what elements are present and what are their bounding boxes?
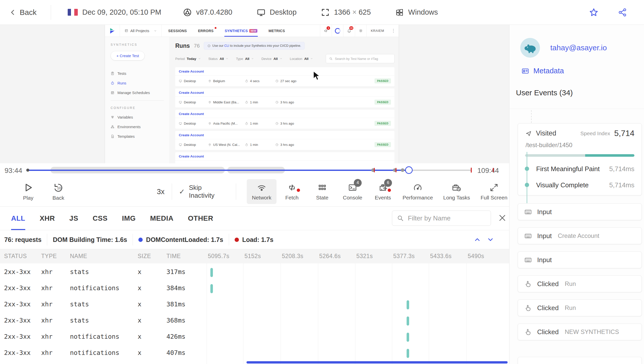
settings-button[interactable] xyxy=(355,25,366,37)
pointer-hand-icon xyxy=(524,304,532,312)
player-timeline[interactable]: 93:44 109:44 xyxy=(0,163,509,177)
share-icon[interactable] xyxy=(618,8,627,17)
run-card[interactable]: Create Account Desktop Canada (Central..… xyxy=(175,152,394,163)
jump-up-icon[interactable] xyxy=(474,236,481,243)
load-time: Load: 1.7s xyxy=(235,236,274,243)
event-dot xyxy=(401,168,404,172)
app-tab-metrics[interactable]: METRICS xyxy=(268,25,285,37)
network-tab-xhr[interactable]: XHR xyxy=(40,207,55,230)
network-request-row[interactable]: 2xx-3xxxhrnotificationsx384ms xyxy=(0,281,509,297)
app-tab-errors[interactable]: ERRORS xyxy=(198,25,214,37)
jump-down-icon[interactable] xyxy=(487,236,494,243)
network-request-row[interactable]: 2xx-3xxxhrstatsx368ms xyxy=(0,313,509,329)
app-tab-sessions[interactable]: SESSIONS xyxy=(168,25,187,37)
variables-icon xyxy=(111,115,114,119)
test-search-input[interactable]: Search by Test Name or #Tag xyxy=(326,54,394,63)
playhead-handle[interactable] xyxy=(405,166,413,174)
close-panel-icon[interactable] xyxy=(498,214,507,222)
file-icon xyxy=(111,134,114,138)
run-filter[interactable]: StatusAll xyxy=(208,57,228,61)
user-menu[interactable]: KRAIEM xyxy=(366,25,388,37)
sidebar-item-variables[interactable]: Variables xyxy=(111,115,164,119)
run-name[interactable]: Create Account xyxy=(175,67,394,76)
sidebar-item-runs[interactable]: Runs xyxy=(111,81,164,85)
network-panel-button[interactable]: Network xyxy=(247,179,277,204)
run-filter[interactable]: PeriodToday xyxy=(175,57,201,61)
user-event-card-input[interactable]: Input xyxy=(518,252,642,268)
metadata-button[interactable]: Metadata xyxy=(521,67,564,75)
network-tab-js[interactable]: JS xyxy=(69,207,78,230)
status-badge: PASSED xyxy=(375,142,391,147)
network-tab-all[interactable]: ALL xyxy=(11,207,25,230)
network-request-row[interactable]: 2xx-3xxxhrstatsx317ms xyxy=(0,264,509,281)
run-name[interactable]: Create Account xyxy=(175,110,394,118)
long-tasks-panel-button[interactable]: Long Tasks xyxy=(442,179,472,204)
more-menu[interactable]: ⋮ xyxy=(388,25,399,37)
user-event-card-clicked[interactable]: Clicked NEW SYNTHETICS xyxy=(518,324,642,340)
notifications-button[interactable]: 33 xyxy=(343,25,355,37)
run-name[interactable]: Create Account xyxy=(175,152,394,161)
app-tab-synthetics[interactable]: SYNTHETICSNEW xyxy=(225,25,258,37)
console-panel-button[interactable]: 4 Console xyxy=(338,179,367,204)
app-logo-icon[interactable] xyxy=(105,25,120,37)
network-tab-other[interactable]: OTHER xyxy=(188,207,213,230)
project-selector[interactable]: All Projects xyxy=(120,25,162,37)
network-tab-img[interactable]: IMG xyxy=(122,207,136,230)
back-button[interactable]: Back xyxy=(10,8,37,17)
error-marker[interactable] xyxy=(374,168,375,172)
time-column-header: 5490s xyxy=(468,253,484,260)
run-card[interactable]: Create Account Desktop US West (N. Cal..… xyxy=(175,131,394,150)
sitemap-icon xyxy=(111,125,114,129)
stopwatch-icon xyxy=(245,79,248,83)
user-event-card-partial[interactable] xyxy=(518,357,642,364)
sidebar-item-manage-schedules[interactable]: Manage Schedules xyxy=(111,90,164,95)
user-events-title: User Events (34) xyxy=(516,88,573,97)
sidebar-item-tests[interactable]: Tests xyxy=(111,71,164,76)
error-marker[interactable] xyxy=(395,168,397,172)
clock-icon xyxy=(275,143,279,146)
user-event-card-clicked[interactable]: Clicked Run xyxy=(518,276,642,292)
run-card[interactable]: Create Account Desktop Belgium 4 secs 27… xyxy=(175,67,394,86)
run-filter[interactable]: DeviceAll xyxy=(261,57,282,61)
events-panel-button[interactable]: 6 Events xyxy=(368,179,398,204)
back-10s-button[interactable]: 10 Back xyxy=(43,182,73,201)
play-button[interactable]: Play xyxy=(13,182,43,201)
run-filter[interactable]: LocationAll xyxy=(290,57,313,61)
network-request-row[interactable]: 2xx-3xxxhrnotificationsx407ms xyxy=(0,345,509,361)
error-dot xyxy=(215,27,216,29)
horizontal-scrollbar[interactable] xyxy=(246,361,508,363)
sidebar-item-environments[interactable]: Environments xyxy=(111,125,164,129)
filter-by-name-input[interactable]: Filter by Name xyxy=(392,211,491,226)
network-filter-tabs: ALLXHRJSCSSIMGMEDIAOTHER Filter by Name xyxy=(0,207,509,230)
network-tab-css[interactable]: CSS xyxy=(93,207,108,230)
performance-panel-button[interactable]: Performance xyxy=(403,179,433,204)
state-panel-button[interactable]: State xyxy=(307,179,337,204)
user-event-card-clicked[interactable]: Clicked Run xyxy=(518,300,642,316)
run-name[interactable]: Create Account xyxy=(175,88,394,97)
network-request-row[interactable]: 2xx-3xxxhrstatsx381ms xyxy=(0,297,509,313)
user-event-card-input[interactable]: Input Create Account xyxy=(518,228,642,244)
skip-inactivity-toggle[interactable]: ✓ Skip Inactivity xyxy=(179,184,229,199)
announcements-button[interactable]: 1 xyxy=(320,25,332,37)
run-filter[interactable]: TypeAll xyxy=(236,57,254,61)
full-screen-panel-button[interactable]: Full Screen xyxy=(479,179,509,204)
create-test-button[interactable]: + Create Test xyxy=(111,51,145,60)
error-marker[interactable] xyxy=(471,168,472,173)
cli-link[interactable]: CLI xyxy=(224,44,229,48)
favorite-star-icon[interactable] xyxy=(589,8,599,17)
fetch-panel-button[interactable]: Fetch xyxy=(277,179,307,204)
run-card[interactable]: Create Account Desktop Middle East (Ba..… xyxy=(175,88,394,107)
cli-info-banner: Use our CLI to include your Synthetics i… xyxy=(204,42,305,50)
metric-row-visually-complete: Visually Complete 5,714ms xyxy=(525,181,634,189)
sidebar-item-templates[interactable]: Templates xyxy=(111,134,164,139)
speed-toggle[interactable]: 3x xyxy=(157,188,165,196)
user-event-card-input[interactable]: Input xyxy=(518,203,642,220)
run-name[interactable]: Create Account xyxy=(175,131,394,139)
network-tab-media[interactable]: MEDIA xyxy=(150,207,174,230)
timeline-start-dot xyxy=(26,169,29,172)
chevron-left-icon xyxy=(10,9,16,16)
visited-event-card[interactable]: Visited Speed Index 5,714 /test-builder/… xyxy=(518,123,642,195)
network-request-row[interactable]: 2xx-3xxxhrnotificationsx426ms xyxy=(0,329,509,345)
user-email[interactable]: tahay@asayer.io xyxy=(550,43,607,52)
run-card[interactable]: Create Account Desktop Asia Pacific (M..… xyxy=(175,110,394,129)
